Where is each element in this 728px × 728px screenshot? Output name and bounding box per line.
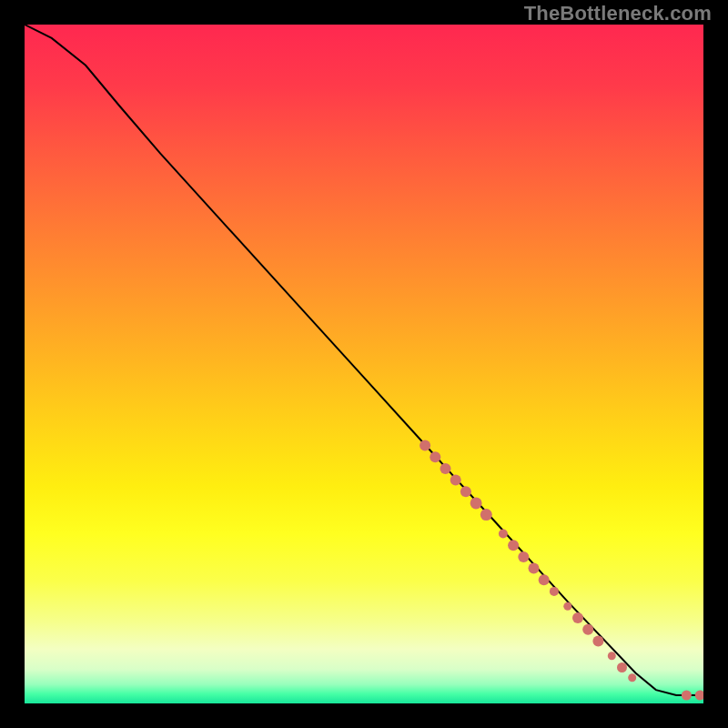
data-point	[480, 509, 492, 521]
data-point	[582, 624, 593, 635]
chart-svg	[25, 25, 703, 703]
data-point	[430, 451, 440, 462]
data-point	[460, 486, 471, 497]
data-point	[608, 652, 616, 660]
chart-stage: TheBottleneck.com	[0, 0, 728, 728]
data-point	[499, 530, 508, 539]
data-point	[682, 691, 692, 701]
watermark-text: TheBottleneck.com	[524, 2, 712, 25]
background-rect	[25, 25, 703, 703]
data-point	[518, 551, 529, 562]
data-point	[420, 440, 430, 451]
data-point	[550, 587, 559, 596]
data-point	[617, 662, 627, 672]
data-point	[539, 574, 550, 585]
data-point	[508, 540, 519, 551]
data-point	[563, 602, 571, 611]
data-point	[450, 475, 461, 486]
data-point	[572, 612, 583, 623]
data-point	[592, 635, 603, 646]
data-point	[440, 463, 451, 474]
plot-area	[25, 25, 703, 703]
data-point	[470, 497, 482, 509]
data-point	[628, 673, 636, 682]
data-point	[529, 563, 540, 574]
